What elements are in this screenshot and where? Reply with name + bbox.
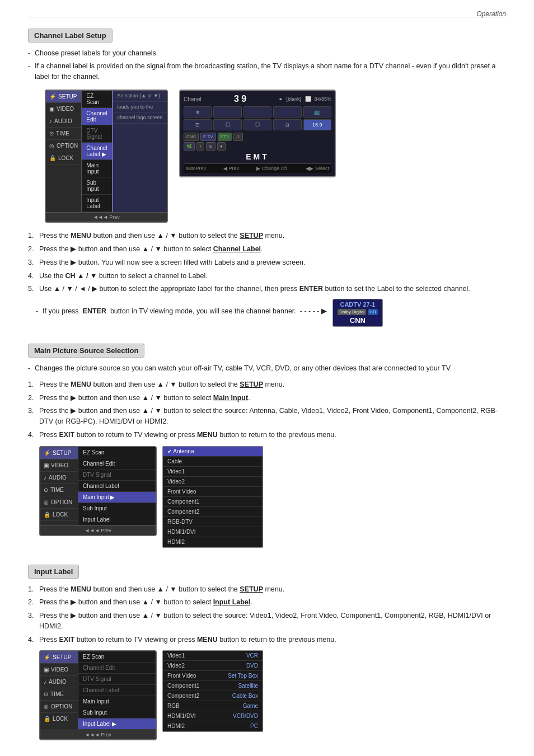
sidebar-setup-il: ⚡ SETUP [40,651,78,664]
mps-step-1: 1. Press the MENU button and then use ▲ … [28,379,506,390]
step-4: 4. Use the CH ▲ / ▼ button to select a c… [28,271,506,281]
il-main-mi: Main Input [78,696,156,707]
tv-bottom-mps: ◄◄◄ Prev [40,525,156,535]
mps-main-cl: Channel Label [78,481,156,492]
main-channel-label: Channel Label ▶ [82,143,111,160]
icon-music: ♪ [196,142,204,151]
lock-label: LOCK [58,155,73,161]
audio-icon-il: ♪ [44,679,46,685]
main-input-label: Input Label [82,195,111,212]
il-menu-row: ⚡ SETUP ▣ VIDEO ♪ AUDIO ⊙ [39,650,506,740]
il-comp1-val: Satellite [238,683,258,689]
il-row-front-video: Front Video Set Top Box [163,671,263,681]
il-row-hdmi2: HDMI2 PC [163,721,263,731]
channel-banner-badges: Dolby Digital HD [338,309,378,315]
grid-cell-9: ⊟ [273,119,301,130]
mps-main-ce: Channel Edit [78,458,156,469]
tv-sidebar-mps: ⚡ SETUP ▣ VIDEO ♪ AUDIO ⊙ [40,447,78,525]
opt-video1: Video1 [163,467,263,477]
time-icon-mps: ⊙ [44,487,48,493]
mps-main-mi: Main Input ▶ [78,492,156,503]
sidebar-audio: ♪ AUDIO [46,115,81,128]
main-picture-bullets: Changes the picture source so you can wa… [28,363,506,374]
il-rgb-label: RGB [167,703,180,709]
tv-sidebar-il: ⚡ SETUP ▣ VIDEO ♪ AUDIO ⊙ [40,651,78,730]
channel-bottom-bar: autoPrev ◀ Prev ▶ Change Ch. ◀▶ Select [184,163,331,173]
option-label: OPTION [57,143,78,149]
input-label-section: Input Label 1. Press the MENU button and… [28,565,506,741]
audio-icon: ♪ [49,118,52,124]
bullet-2: If a channel label is provided on the si… [28,61,506,82]
opt-hdmi1: HDMI1/DVI [163,527,263,537]
main-picture-source-title: Main Picture Source Selection [28,344,144,358]
tv-sub-menu-1: Selection (▲ or ▼) leads you to the chan… [112,91,168,212]
main-channel-edit: Channel Edit [82,108,111,125]
channel-left-col: ⊗ 📺 ⊡ ☐ ☐ ⊟ 16:9 CNS [184,106,331,151]
il-row-comp2: Component2 Cable Box [163,691,263,701]
sidebar-time-mps: ⊙ TIME [40,484,78,496]
icon-etv: E.TV [200,133,216,141]
lock-icon-il: 🔒 [44,716,50,722]
operation-label: Operation [476,10,506,18]
il-main-si: Sub Input [78,707,156,719]
opt-hdmi2: HDMI2 [163,537,263,547]
tv-menu-mockup-1: ⚡ SETUP ▣ VIDEO ♪ AUDIO ⊙ [45,90,168,223]
channel-label-display: Chanel [184,96,202,102]
il-hdmi1-val: VCR/DVD [233,713,258,719]
il-main-cl: Channel Label [78,685,156,696]
video-label: VIDEO [57,106,74,112]
il-video1-label: Video1 [167,652,185,659]
setup-icon-mps: ⚡ [44,450,50,456]
sidebar-lock-il: 🔒 LOCK [40,713,78,725]
grid-cell-6: ⊡ [184,119,212,130]
sidebar-time-il: ⊙ TIME [40,688,78,701]
sidebar-option-mps: ◎ OPTION [40,496,78,509]
opt-component2: Component2 [163,507,263,517]
il-row-comp1: Component1 Satellite [163,681,263,691]
top-divider [28,17,506,17]
mps-options-list: ✔ Antenna Cable Video1 Video2 Front Vide… [162,446,263,548]
channel-label-bullets: Choose preset labels for your channels. … [28,48,506,82]
sidebar-video-mps: ▣ VIDEO [40,459,78,472]
sidebar-video-il: ▣ VIDEO [40,664,78,676]
main-picture-steps: 1. Press the MENU button and then use ▲ … [28,379,506,440]
lock-icon-mps: 🔒 [44,511,50,518]
mps-step-4: 4. Press EXIT button to return to TV vie… [28,430,506,440]
tv-menu-il: ⚡ SETUP ▣ VIDEO ♪ AUDIO ⊙ [39,650,157,740]
sub-note-1: Selection (▲ or ▼) [113,91,168,102]
time-icon: ⊙ [49,130,54,137]
il-step-2: 2. Press the ▶ button and then use ▲ / ▼… [28,597,506,608]
il-main-dtv: DTV Signal [78,674,156,685]
step-3: 3. Press the ▶ button. You will now see … [28,257,506,268]
opt-component1: Component1 [163,497,263,507]
channel-label-images: ⚡ SETUP ▣ VIDEO ♪ AUDIO ⊙ [45,90,506,223]
main-picture-source-section: Main Picture Source Selection Changes th… [28,344,506,548]
setup-icon-il: ⚡ [44,654,50,660]
il-hdmi2-val: PC [250,723,258,729]
grid-cell-1: ⊗ [184,106,212,118]
sub-note-3: channel logo screen. [113,112,168,124]
mps-step-2: 2. Press the ▶ button and then use ▲ / ▼… [28,393,506,403]
tv-sidebar-1: ⚡ SETUP ▣ VIDEO ♪ AUDIO ⊙ [46,91,82,212]
il-front-val: Set Top Box [228,673,258,679]
input-label-steps: 1. Press the MENU button and then use ▲ … [28,584,506,645]
channel-label-bold: Channel Label [213,245,261,253]
enter-bold-1: ENTER [299,285,323,293]
il-main-ez: EZ Scan [78,651,156,663]
main-ez-scan: EZ Scan [82,91,111,108]
audio-label: AUDIO [54,118,72,124]
icon-etv2: ETV [218,133,232,141]
channel-banner-name: CNN [338,316,378,325]
il-comp2-val: Cable Box [232,693,258,699]
sub-note-2: leads you to the [113,102,168,113]
il-options-list: Video1 VCR Video2 DVD Front Video Set To… [162,650,263,732]
il-video2-label: Video2 [167,663,185,669]
channel-number-display: 3 9 [234,94,246,104]
cmt-logo: EMT [184,152,331,161]
grid-cell-5: 📺 [303,106,331,118]
time-icon-il: ⊙ [44,691,48,697]
il-video2-val: DVD [246,663,258,669]
bottom-icon-row2: 🌿 ♪ ⊙ ● [184,142,331,151]
step-5: 5. Use ▲ / ▼ / ◄ / ▶ button to select th… [28,284,506,294]
channel-icons-right: ● [blank] ⬜ 84/85% [279,96,331,102]
